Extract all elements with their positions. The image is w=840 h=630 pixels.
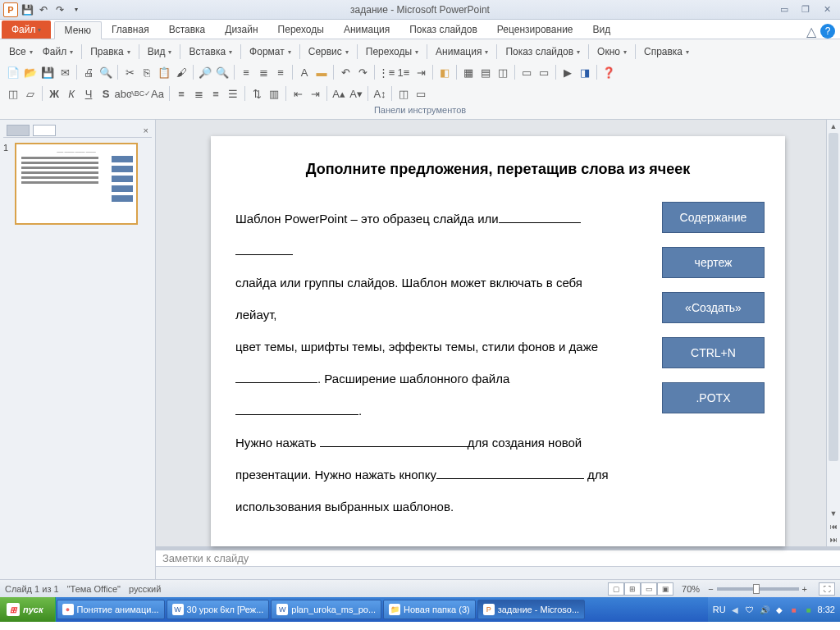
tray-app3-icon[interactable]: ■ <box>803 604 815 615</box>
prev-slide-icon[interactable]: ⏮ <box>827 520 840 533</box>
normal-view-icon[interactable]: ▢ <box>608 582 624 596</box>
tab-insert[interactable]: Вставка <box>159 21 216 39</box>
menu-tools[interactable]: Сервис▾ <box>304 43 353 60</box>
slide-layout-icon[interactable]: ▭ <box>518 64 535 80</box>
cut-icon[interactable]: ✂ <box>121 64 138 80</box>
menu-animation[interactable]: Анимация▾ <box>431 43 492 60</box>
indent2-icon[interactable]: ⇥ <box>307 85 323 102</box>
font-color-icon[interactable]: A <box>296 64 313 80</box>
horizontal-scrollbar[interactable] <box>156 566 840 579</box>
print-icon[interactable]: 🖨 <box>80 64 97 80</box>
al-right-icon[interactable]: ≡ <box>208 85 224 102</box>
bullets-icon[interactable]: ⋮≡ <box>378 64 395 80</box>
status-language[interactable]: русский <box>129 584 161 594</box>
al-center-icon[interactable]: ≣ <box>190 85 207 102</box>
open-icon[interactable]: 📂 <box>22 64 39 80</box>
effect-icon[interactable]: ▭ <box>536 64 552 80</box>
zoom-in-icon[interactable]: + <box>802 584 807 594</box>
maximize-icon[interactable]: ❐ <box>797 3 814 16</box>
tab-transitions[interactable]: Переходы <box>268 21 334 39</box>
task-word-2[interactable]: Wplan_uroka_ms_po... <box>271 600 381 619</box>
slide-canvas[interactable]: Дополните предложения, перетащив слова и… <box>211 136 785 546</box>
mail-icon[interactable]: ✉ <box>57 64 73 80</box>
panel-close-icon[interactable]: × <box>144 126 148 135</box>
paste-icon[interactable]: 📋 <box>156 64 172 80</box>
save-icon[interactable]: 💾 <box>20 2 34 17</box>
menu-format[interactable]: Формат▾ <box>245 43 295 60</box>
menu-edit[interactable]: Правка▾ <box>86 43 135 60</box>
table-icon[interactable]: ▦ <box>460 64 477 80</box>
app-icon[interactable]: P <box>3 2 18 17</box>
print-preview-icon[interactable]: 🔍 <box>98 64 114 80</box>
menu-view[interactable]: Вид▾ <box>144 43 176 60</box>
slideshow-view-icon[interactable]: ▣ <box>657 582 673 596</box>
collapse-ribbon-icon[interactable]: △ <box>806 25 817 37</box>
increase-font-icon[interactable]: A▴ <box>331 85 347 102</box>
highlight-icon[interactable]: ▬ <box>313 64 330 80</box>
outdent-icon[interactable]: ⇤ <box>290 85 306 102</box>
minimize-icon[interactable]: ▭ <box>776 3 792 16</box>
tray-app1-icon[interactable]: ◆ <box>774 604 785 615</box>
tab-slideshow[interactable]: Показ слайдов <box>399 21 487 39</box>
tab-home[interactable]: Главная <box>102 21 159 39</box>
tray-shield-icon[interactable]: 🛡 <box>744 604 756 615</box>
start-button[interactable]: ⊞ пуск <box>0 597 56 622</box>
new-icon[interactable]: 📄 <box>5 64 21 80</box>
vertical-scrollbar[interactable]: ▲ ▼ ⏮ ⏭ <box>826 120 840 546</box>
italic-icon[interactable]: К <box>63 85 80 102</box>
answer-box-1[interactable]: Содержание <box>662 202 765 233</box>
menu-file[interactable]: Файл▾ <box>39 43 78 60</box>
run-icon[interactable]: ▶ <box>559 64 576 80</box>
fit-window-icon[interactable]: ⛶ <box>819 582 835 596</box>
tab-menu[interactable]: Меню <box>54 21 102 39</box>
zoom-value[interactable]: 70% <box>682 584 700 594</box>
menu-slideshow[interactable]: Показ слайдов▾ <box>501 43 584 60</box>
tray-expand-icon[interactable]: ◀ <box>729 604 741 615</box>
tab-animation[interactable]: Анимация <box>334 21 399 39</box>
object-icon[interactable]: ◫ <box>395 85 412 102</box>
line-spacing-icon[interactable]: ⇅ <box>249 85 265 102</box>
slide-thumbnail[interactable]: —— ——— ——— ——— <box>15 143 138 225</box>
close-icon[interactable]: ✕ <box>819 3 835 16</box>
tab-design[interactable]: Дизайн <box>215 21 267 39</box>
info-icon[interactable]: ❓ <box>600 64 617 80</box>
group-icon[interactable]: ▭ <box>413 85 429 102</box>
task-folder[interactable]: 📁Новая папка (3) <box>383 600 476 619</box>
scroll-up-icon[interactable]: ▲ <box>827 120 840 133</box>
tab-view[interactable]: Вид <box>583 21 621 39</box>
menu-window[interactable]: Окно▾ <box>593 43 631 60</box>
slides-tab-icon[interactable] <box>7 125 30 136</box>
spellcheck-icon[interactable]: ABC✓ <box>132 85 148 102</box>
numbering-icon[interactable]: 1≡ <box>395 64 412 80</box>
answer-box-4[interactable]: CTRL+N <box>662 337 765 368</box>
color-icon[interactable]: ◫ <box>495 64 511 80</box>
bold-icon[interactable]: Ж <box>46 85 62 102</box>
columns-icon[interactable]: ▥ <box>266 85 282 102</box>
menu-all[interactable]: Все▾ <box>5 43 37 60</box>
shadow-icon[interactable]: S <box>98 85 114 102</box>
tray-volume-icon[interactable]: 🔊 <box>759 604 770 615</box>
tray-language[interactable]: RU <box>713 605 726 614</box>
al-left-icon[interactable]: ≡ <box>173 85 189 102</box>
align-center-icon[interactable]: ≣ <box>255 64 272 80</box>
zoom-icon[interactable]: 🔍 <box>214 64 231 80</box>
tray-app2-icon[interactable]: ■ <box>788 604 800 615</box>
align-right-icon[interactable]: ≡ <box>272 64 289 80</box>
chart-icon[interactable]: ▤ <box>477 64 494 80</box>
file-tab[interactable]: Файл ▾ <box>2 21 51 39</box>
al-justify-icon[interactable]: ☰ <box>225 85 241 102</box>
blank-icon[interactable]: ▱ <box>22 85 39 102</box>
scroll-thumb[interactable] <box>829 133 838 461</box>
answer-box-3[interactable]: «Создать» <box>662 292 765 323</box>
menu-transitions[interactable]: Переходы▾ <box>362 43 422 60</box>
task-powerpoint[interactable]: Pзадание - Microso... <box>477 600 585 619</box>
tab-review[interactable]: Рецензирование <box>487 21 583 39</box>
undo-icon[interactable]: ↶ <box>36 2 51 17</box>
zoom-out-icon[interactable]: − <box>708 584 713 594</box>
sorter-view-icon[interactable]: ⊞ <box>624 582 641 596</box>
format-painter-icon[interactable]: 🖌 <box>173 64 189 80</box>
text-direction-icon[interactable]: A↕ <box>372 85 388 102</box>
zoom-slider[interactable] <box>717 587 799 591</box>
copy-icon[interactable]: ⎘ <box>139 64 155 80</box>
tray-clock[interactable]: 8:32 <box>818 605 835 614</box>
